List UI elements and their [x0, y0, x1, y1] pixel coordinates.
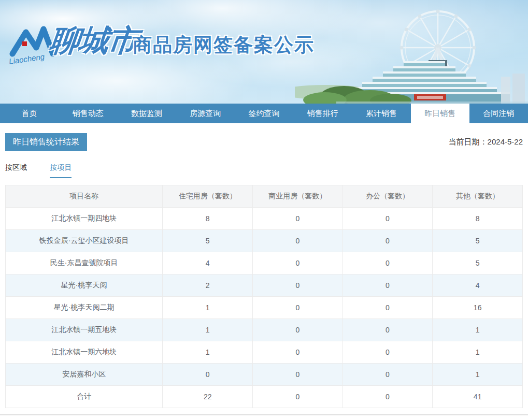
logo-red-square — [22, 41, 27, 46]
count-cell: 0 — [253, 386, 343, 408]
count-cell: 22 — [163, 386, 253, 408]
count-cell: 0 — [253, 274, 343, 297]
nav-item-8[interactable]: 合同注销 — [469, 104, 528, 123]
project-name-cell: 铁投金辰·云玺小区建设项目 — [6, 230, 163, 252]
tab-by-region[interactable]: 按区域 — [5, 163, 27, 177]
count-cell: 0 — [253, 364, 343, 386]
table-row-0: 江北水镇一期四地块8008 — [6, 208, 523, 230]
count-cell: 1 — [433, 341, 523, 364]
count-cell: 5 — [433, 230, 523, 252]
current-date: 当前日期：2024-5-22 — [449, 137, 523, 147]
column-header-3: 办公（套数） — [343, 185, 433, 208]
nav-item-4[interactable]: 签约查询 — [235, 104, 293, 123]
main-content: 昨日销售统计结果 当前日期：2024-5-22 按区域 按项目 项目名称住宅用房… — [0, 123, 528, 408]
count-cell: 0 — [253, 230, 343, 252]
project-name-cell: 江北水镇一期四地块 — [6, 208, 163, 230]
count-cell: 1 — [163, 341, 253, 364]
count-cell: 0 — [253, 297, 343, 319]
tab-by-project[interactable]: 按项目 — [50, 163, 72, 178]
city-photo — [295, 0, 528, 104]
table-row-8: 合计220041 — [6, 386, 523, 408]
page-bottom-divider — [0, 414, 528, 415]
count-cell: 0 — [253, 252, 343, 274]
count-cell: 0 — [253, 319, 343, 341]
count-cell: 5 — [433, 252, 523, 274]
count-cell: 41 — [433, 386, 523, 408]
column-header-4: 其他（套数） — [433, 185, 523, 208]
project-name-cell: 江北水镇一期六地块 — [6, 341, 163, 364]
page: Liaocheng 聊城市 商品房网签备案公示 首页销售动态数据监测房源查询签约… — [0, 0, 528, 420]
count-cell: 16 — [433, 297, 523, 319]
nav-item-1[interactable]: 销售动态 — [59, 104, 117, 123]
table-body: 江北水镇一期四地块8008铁投金辰·云玺小区建设项目5005民生·东昌壹號院项目… — [6, 208, 523, 408]
table-row-4: 星光·桃李天阅二期10016 — [6, 297, 523, 319]
count-cell: 0 — [163, 364, 253, 386]
count-cell: 0 — [343, 297, 433, 319]
count-cell: 1 — [433, 319, 523, 341]
table-row-7: 安居嘉和小区0001 — [6, 364, 523, 386]
view-tabs: 按区域 按项目 — [5, 163, 523, 178]
table-row-6: 江北水镇一期六地块1001 — [6, 341, 523, 364]
count-cell: 8 — [433, 208, 523, 230]
count-cell: 5 — [163, 230, 253, 252]
project-name-cell: 民生·东昌壹號院项目 — [6, 252, 163, 274]
count-cell: 1 — [163, 319, 253, 341]
count-cell: 8 — [163, 208, 253, 230]
count-cell: 1 — [163, 297, 253, 319]
table-row-5: 江北水镇一期五地块1001 — [6, 319, 523, 341]
column-header-1: 住宅用房（套数） — [163, 185, 253, 208]
count-cell: 2 — [163, 274, 253, 297]
column-header-0: 项目名称 — [6, 185, 163, 208]
table-header-row: 项目名称住宅用房（套数）商业用房（套数）办公（套数）其他（套数） — [6, 185, 523, 208]
count-cell: 4 — [163, 252, 253, 274]
count-cell: 0 — [343, 341, 433, 364]
project-name-cell: 合计 — [6, 386, 163, 408]
nav-item-5[interactable]: 销售排行 — [293, 104, 352, 123]
liaocheng-logo[interactable]: Liaocheng — [8, 22, 55, 69]
count-cell: 1 — [433, 364, 523, 386]
sales-table: 项目名称住宅用房（套数）商业用房（套数）办公（套数）其他（套数） 江北水镇一期四… — [5, 185, 523, 408]
banner-site-title: 商品房网签备案公示 — [133, 32, 315, 58]
count-cell: 0 — [343, 208, 433, 230]
nav-item-6[interactable]: 累计销售 — [352, 104, 410, 123]
banner: Liaocheng 聊城市 商品房网签备案公示 — [0, 0, 528, 104]
project-name-cell: 星光·桃李天阅 — [6, 274, 163, 297]
count-cell: 0 — [343, 364, 433, 386]
nav-bar: 首页销售动态数据监测房源查询签约查询销售排行累计销售昨日销售合同注销 — [0, 104, 528, 123]
count-cell: 0 — [343, 252, 433, 274]
count-cell: 0 — [343, 386, 433, 408]
table-row-1: 铁投金辰·云玺小区建设项目5005 — [6, 230, 523, 252]
project-name-cell: 星光·桃李天阅二期 — [6, 297, 163, 319]
nav-item-7[interactable]: 昨日销售 — [411, 104, 469, 123]
column-header-2: 商业用房（套数） — [253, 185, 343, 208]
count-cell: 0 — [343, 274, 433, 297]
count-cell: 0 — [253, 208, 343, 230]
table-row-2: 民生·东昌壹號院项目4005 — [6, 252, 523, 274]
nav-item-2[interactable]: 数据监测 — [117, 104, 176, 123]
banner-city-name: 聊城市 — [48, 21, 139, 61]
nav-item-0[interactable]: 首页 — [0, 104, 59, 123]
table-row-3: 星光·桃李天阅2004 — [6, 274, 523, 297]
count-cell: 0 — [343, 230, 433, 252]
nav-item-3[interactable]: 房源查询 — [176, 104, 235, 123]
project-name-cell: 江北水镇一期五地块 — [6, 319, 163, 341]
count-cell: 0 — [253, 341, 343, 364]
count-cell: 4 — [433, 274, 523, 297]
section-title: 昨日销售统计结果 — [5, 133, 87, 151]
count-cell: 0 — [343, 319, 433, 341]
project-name-cell: 安居嘉和小区 — [6, 364, 163, 386]
